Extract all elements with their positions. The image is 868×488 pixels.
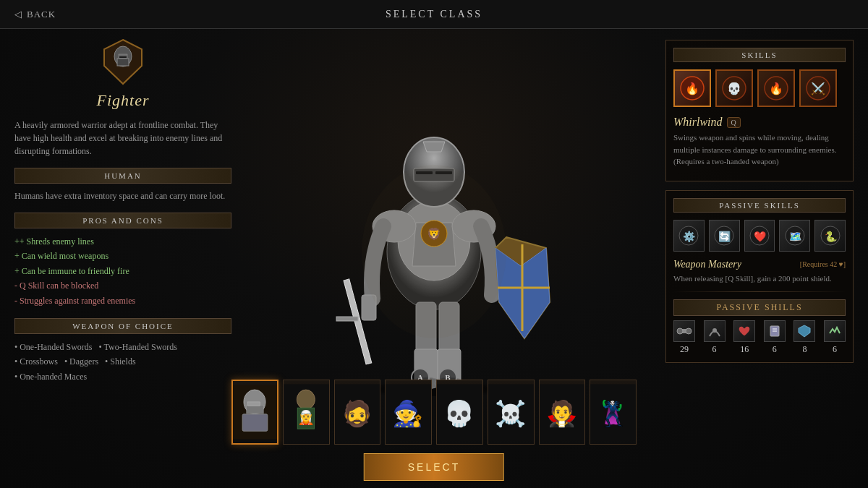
skill-name-row: Whirlwind Q xyxy=(673,116,846,129)
stats-row: 29 6 16 xyxy=(673,320,846,355)
svg-point-50 xyxy=(677,328,683,334)
svg-text:🐍: 🐍 xyxy=(824,231,837,243)
passive-icon-1[interactable]: ⚙️ xyxy=(673,220,705,252)
svg-text:💀: 💀 xyxy=(727,82,741,95)
svg-rect-61 xyxy=(242,414,268,431)
character-area: 🦁 A B xyxy=(231,29,637,401)
select-button-area: SELECT xyxy=(364,453,504,481)
skill-key: Q xyxy=(727,117,741,128)
svg-rect-2 xyxy=(117,59,129,66)
pros-cons-label: PROS AND CONS xyxy=(14,213,231,228)
race-label: HUMAN xyxy=(14,168,231,184)
class-thumb-vampire[interactable]: 🧛 xyxy=(539,380,586,445)
svg-rect-59 xyxy=(247,406,263,414)
svg-point-51 xyxy=(686,328,692,334)
stat-agility: 6 xyxy=(704,320,726,355)
passive-icon-4[interactable]: 🗺️ xyxy=(779,220,810,252)
defense-icon xyxy=(793,320,815,342)
page-title: SELECT CLASS xyxy=(386,9,482,20)
con-1: - Q Skill can be blocked xyxy=(14,278,231,293)
weapon-item-3: • One-handed Maces xyxy=(14,369,231,384)
class-thumb-undead1[interactable]: 💀 xyxy=(436,380,483,445)
stat-strength: 29 xyxy=(673,320,695,355)
passive-skills-header: PASSIVE SKILLS xyxy=(673,198,846,213)
skill-icons-row: 🔥 💀 🔥 ⚔️ xyxy=(673,69,846,107)
class-thumb-wizard[interactable]: 🧙 xyxy=(385,380,432,445)
back-button[interactable]: ◁ BACK xyxy=(14,9,56,20)
svg-rect-16 xyxy=(336,317,358,321)
passive-name-row: Weapon Mastery [Requires 42 ♥] xyxy=(673,259,846,270)
svg-point-30 xyxy=(362,165,506,338)
divider xyxy=(673,291,846,292)
back-label: BACK xyxy=(27,9,56,20)
skill-icon-1[interactable]: 🔥 xyxy=(673,69,711,107)
skill-icon-2[interactable]: 💀 xyxy=(715,69,753,107)
passive-skills-box: PASSIVE SKILLS ⚙️ 🔄 ❤️ xyxy=(665,190,854,364)
svg-text:⚙️: ⚙️ xyxy=(683,231,696,243)
svg-text:❤️: ❤️ xyxy=(753,231,766,243)
agility-value: 6 xyxy=(712,344,717,355)
class-header: Fighter xyxy=(14,36,231,110)
svg-text:🔥: 🔥 xyxy=(685,82,699,95)
skill-icon-3[interactable]: 🔥 xyxy=(757,69,795,107)
svg-text:⚔️: ⚔️ xyxy=(811,82,825,95)
defense-value: 8 xyxy=(802,344,807,355)
weapon-list: • One-Handed Swords • Two-Handed Swords … xyxy=(14,340,231,384)
passive-name: Weapon Mastery xyxy=(673,259,741,270)
class-thumb-rogue[interactable]: 🧝 xyxy=(283,380,330,445)
passive-icon-5[interactable]: 🐍 xyxy=(814,220,846,252)
skills-header: SKILLS xyxy=(673,48,846,62)
class-thumb-barbarian[interactable]: 🧔 xyxy=(334,380,381,445)
svg-text:🧙: 🧙 xyxy=(393,398,425,429)
skill-description: Swings weapon and spins while moving, de… xyxy=(673,132,846,168)
weapon-label: WEAPON OF CHOICE xyxy=(14,318,231,334)
passive-icon-2[interactable]: 🔄 xyxy=(709,220,740,252)
svg-text:🧔: 🧔 xyxy=(341,398,373,429)
strength-value: 29 xyxy=(680,344,689,355)
agility-icon xyxy=(704,320,726,342)
knowledge-icon xyxy=(764,320,786,342)
svg-text:🦹: 🦹 xyxy=(597,398,629,429)
svg-point-52 xyxy=(712,328,717,333)
svg-text:💀: 💀 xyxy=(444,398,476,429)
class-emblem xyxy=(101,36,145,87)
race-description: Humans have extra inventory space and ca… xyxy=(14,189,231,202)
stat-knowledge: 6 xyxy=(764,320,786,355)
right-panel: SKILLS 🔥 💀 🔥 xyxy=(665,40,854,372)
pro-3: + Can be immune to friendly fire xyxy=(14,264,231,278)
pro-1: ++ Shreds enemy lines xyxy=(14,234,231,249)
pros-cons: ++ Shreds enemy lines + Can wield most w… xyxy=(14,234,231,308)
speed-icon xyxy=(824,320,846,342)
select-button[interactable]: SELECT xyxy=(364,453,504,481)
weapon-item-1: • One-Handed Swords • Two-Handed Swords xyxy=(14,340,231,354)
class-thumb-undead2[interactable]: ☠️ xyxy=(488,380,535,445)
svg-text:🗺️: 🗺️ xyxy=(788,231,801,243)
svg-rect-4 xyxy=(119,56,127,58)
svg-point-63 xyxy=(297,390,315,409)
svg-rect-60 xyxy=(248,402,260,406)
speed-value: 6 xyxy=(833,344,837,355)
passive-shills-label: PASSIVE SHILLS xyxy=(673,299,846,316)
health-icon xyxy=(733,320,755,342)
strength-icon xyxy=(673,320,695,342)
svg-text:🧛: 🧛 xyxy=(546,398,578,429)
skill-icon-4[interactable]: ⚔️ xyxy=(799,69,837,107)
passive-description: When releasing [Q Skill], gain a 200 poi… xyxy=(673,273,846,285)
pro-2: + Can wield most weapons xyxy=(14,249,231,263)
class-thumb-fighter[interactable] xyxy=(231,380,278,445)
back-arrow-icon: ◁ xyxy=(14,9,22,20)
top-bar: ◁ BACK SELECT CLASS xyxy=(0,0,868,29)
weapon-item-2: • Crossbows • Daggers • Shields xyxy=(14,354,231,369)
skill-name: Whirlwind xyxy=(673,116,723,129)
class-description: A heavily armored warrior adept at front… xyxy=(14,119,231,158)
svg-text:🔄: 🔄 xyxy=(718,231,731,243)
class-name: Fighter xyxy=(97,91,150,110)
con-2: - Struggles against ranged enemies xyxy=(14,294,231,308)
left-panel: Fighter A heavily armored warrior adept … xyxy=(14,36,231,384)
stat-speed: 6 xyxy=(824,320,846,355)
character-silhouette: 🦁 xyxy=(297,35,571,396)
passive-icon-3[interactable]: ❤️ xyxy=(744,220,775,252)
passive-icons-row: ⚙️ 🔄 ❤️ 🗺️ xyxy=(673,220,846,252)
class-thumb-hunter[interactable]: 🦹 xyxy=(590,380,637,445)
svg-text:☠️: ☠️ xyxy=(495,398,527,429)
